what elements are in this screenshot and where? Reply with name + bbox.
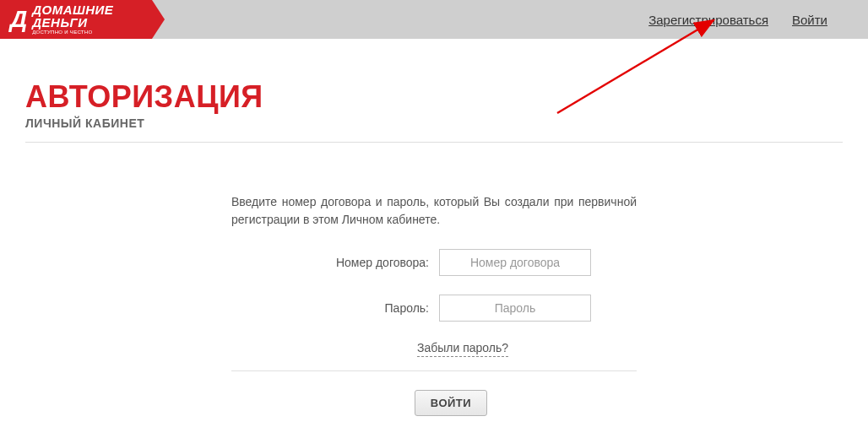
- password-input[interactable]: [439, 295, 591, 322]
- password-row: Пароль:: [231, 295, 637, 322]
- form-divider: [231, 370, 637, 371]
- login-link[interactable]: Войти: [792, 13, 827, 27]
- page-subtitle: ЛИЧНЫЙ КАБИНЕТ: [25, 116, 843, 130]
- login-form: Введите номер договора и пароль, который…: [231, 193, 637, 416]
- contract-label: Номер договора:: [277, 256, 429, 269]
- header: Д ДОМАШНИЕ ДЕНЬГИ ДОСТУПНО И ЧЕСТНО Заре…: [0, 0, 868, 39]
- register-link[interactable]: Зарегистрироваться: [648, 13, 768, 27]
- form-instruction: Введите номер договора и пароль, который…: [231, 193, 637, 229]
- contract-row: Номер договора:: [231, 249, 637, 276]
- page-title: АВТОРИЗАЦИЯ: [25, 79, 843, 115]
- divider: [25, 142, 843, 143]
- nav-links: Зарегистрироваться Войти: [648, 13, 868, 27]
- forgot-password-link[interactable]: Забыли пароль?: [417, 341, 508, 357]
- contract-input[interactable]: [439, 249, 591, 276]
- submit-button[interactable]: ВОЙТИ: [415, 390, 487, 416]
- logo-text: ДОМАШНИЕ ДЕНЬГИ ДОСТУПНО И ЧЕСТНО: [32, 3, 113, 35]
- logo-icon: Д: [10, 6, 27, 33]
- logo[interactable]: Д ДОМАШНИЕ ДЕНЬГИ ДОСТУПНО И ЧЕСТНО: [0, 0, 165, 39]
- main-content: АВТОРИЗАЦИЯ ЛИЧНЫЙ КАБИНЕТ Введите номер…: [0, 39, 868, 416]
- password-label: Пароль:: [277, 301, 429, 315]
